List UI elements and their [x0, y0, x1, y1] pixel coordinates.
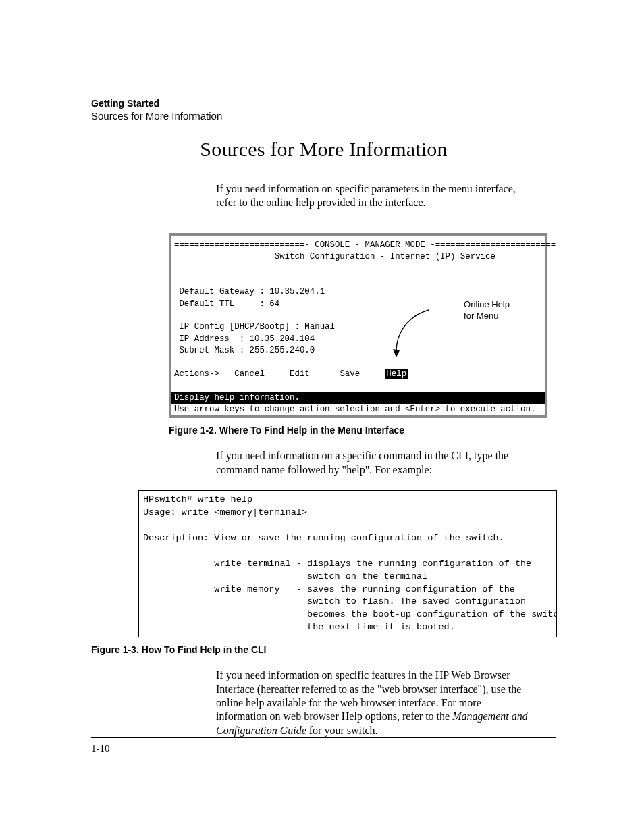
figure-1-3-caption: Figure 1-3. How To Find Help in the CLI	[91, 644, 556, 655]
actions-row: Actions-> Cancel Edit Save Help	[171, 369, 545, 380]
intro-paragraph: If you need information on specific para…	[216, 182, 533, 210]
gap	[265, 369, 290, 379]
running-header-section: Sources for More Information	[91, 110, 556, 122]
paragraph-web-browser: If you need information on specific feat…	[216, 669, 533, 737]
console-rule-top: ==========================- CONSOLE - MA…	[171, 240, 545, 251]
gap	[360, 369, 385, 379]
page-number: 1-10	[91, 743, 110, 754]
footer-rule	[91, 737, 556, 738]
console-figure: ==========================- CONSOLE - MA…	[169, 233, 547, 418]
action-save: ave	[345, 369, 360, 379]
cli-figure: HPswitch# write help Usage: write <memor…	[138, 490, 557, 637]
blank-row	[171, 275, 545, 286]
console-subtitle: Switch Configuration - Internet (IP) Ser…	[171, 251, 545, 263]
status-line-hint: Use arrow keys to change action selectio…	[171, 404, 545, 415]
row-ip-address: IP Address : 10.35.204.104	[171, 334, 545, 345]
action-help-selected: Help	[385, 369, 408, 379]
gap	[310, 369, 340, 379]
figure-1-2-caption: Figure 1-2. Where To Find Help in the Me…	[169, 425, 556, 436]
blank-row	[171, 357, 545, 369]
status-line-highlight: Display help information.	[171, 392, 545, 404]
actions-prefix: Actions->	[174, 369, 234, 379]
callout-line1: Online Help	[464, 299, 510, 311]
callout-online-help: Online Help for Menu	[464, 299, 510, 322]
paragraph-cli-intro: If you need information on a specific co…	[216, 449, 533, 477]
page: Getting Started Sources for More Informa…	[0, 0, 644, 834]
row-default-gateway: Default Gateway : 10.35.204.1	[171, 286, 545, 298]
console-screen: ==========================- CONSOLE - MA…	[171, 236, 545, 415]
row-ip-config: IP Config [DHCP/Bootp] : Manual	[171, 321, 545, 333]
action-cancel-u: C	[234, 369, 239, 379]
running-header-chapter: Getting Started	[91, 98, 556, 109]
para3-part-b: for your switch.	[306, 725, 378, 736]
callout-line2: for Menu	[464, 311, 510, 322]
action-edit: dit	[294, 369, 309, 379]
action-save-u: S	[340, 369, 344, 379]
blank-row	[171, 263, 545, 275]
action-cancel: ancel	[240, 369, 265, 379]
blank-row	[171, 380, 545, 392]
row-subnet-mask: Subnet Mask : 255.255.240.0	[171, 345, 545, 357]
page-title: Sources for More Information	[91, 138, 556, 161]
